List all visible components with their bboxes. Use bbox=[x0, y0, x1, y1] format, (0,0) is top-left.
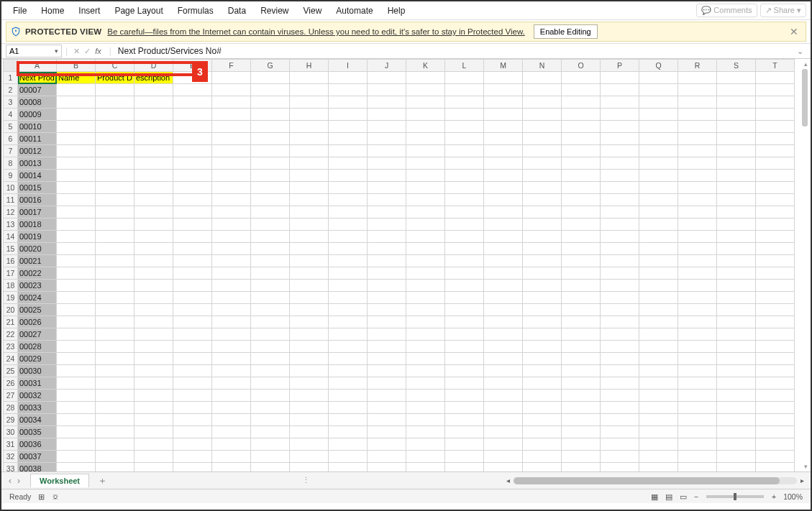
cell-S2[interactable] bbox=[717, 84, 756, 96]
cell-D2[interactable] bbox=[134, 84, 173, 96]
cell-O20[interactable] bbox=[562, 304, 601, 316]
row-header-29[interactable]: 29 bbox=[4, 414, 18, 426]
cell-N6[interactable] bbox=[523, 133, 562, 145]
cell-F19[interactable] bbox=[212, 292, 251, 304]
cell-P32[interactable] bbox=[601, 451, 639, 463]
cell-T27[interactable] bbox=[756, 390, 795, 402]
cell-M31[interactable] bbox=[484, 438, 523, 451]
cell-K26[interactable] bbox=[406, 377, 445, 390]
cell-H5[interactable] bbox=[290, 121, 329, 133]
cell-I27[interactable] bbox=[329, 390, 368, 402]
cell-P33[interactable] bbox=[601, 463, 639, 472]
cell-F28[interactable] bbox=[212, 402, 251, 414]
cell-F25[interactable] bbox=[212, 365, 251, 377]
cell-B15[interactable] bbox=[57, 243, 96, 255]
cell-Q22[interactable] bbox=[639, 328, 678, 341]
row-header-5[interactable]: 5 bbox=[4, 121, 18, 133]
cell-Q2[interactable] bbox=[639, 84, 678, 96]
cell-B17[interactable] bbox=[57, 267, 96, 280]
cell-O10[interactable] bbox=[562, 182, 601, 194]
row-header-27[interactable]: 27 bbox=[4, 390, 18, 402]
cell-E17[interactable] bbox=[173, 267, 212, 280]
cell-L4[interactable] bbox=[445, 109, 484, 121]
cell-K17[interactable] bbox=[406, 267, 445, 280]
cell-K6[interactable] bbox=[406, 133, 445, 145]
cell-C16[interactable] bbox=[96, 255, 134, 267]
cell-D20[interactable] bbox=[134, 304, 173, 316]
cell-O22[interactable] bbox=[562, 328, 601, 341]
cell-Q14[interactable] bbox=[639, 231, 678, 243]
cell-S11[interactable] bbox=[717, 194, 756, 206]
col-header-I[interactable]: I bbox=[329, 60, 368, 72]
cell-H25[interactable] bbox=[290, 365, 329, 377]
cell-E10[interactable] bbox=[173, 182, 212, 194]
normal-view-icon[interactable]: ▦ bbox=[647, 492, 662, 501]
cell-I31[interactable] bbox=[329, 438, 368, 451]
cell-E18[interactable] bbox=[173, 280, 212, 292]
cell-S9[interactable] bbox=[717, 170, 756, 182]
cell-R11[interactable] bbox=[678, 194, 717, 206]
cell-O29[interactable] bbox=[562, 414, 601, 426]
cell-T30[interactable] bbox=[756, 426, 795, 438]
cell-I19[interactable] bbox=[329, 292, 368, 304]
cell-G14[interactable] bbox=[251, 231, 290, 243]
cell-G11[interactable] bbox=[251, 194, 290, 206]
cell-S5[interactable] bbox=[717, 121, 756, 133]
cell-H18[interactable] bbox=[290, 280, 329, 292]
cell-C31[interactable] bbox=[96, 438, 134, 451]
cell-N18[interactable] bbox=[523, 280, 562, 292]
cell-S22[interactable] bbox=[717, 328, 756, 341]
cell-N32[interactable] bbox=[523, 451, 562, 463]
formula-value[interactable]: Next Product/Services No# bbox=[115, 46, 794, 56]
fx-icon[interactable]: fx bbox=[95, 47, 101, 55]
cell-T18[interactable] bbox=[756, 280, 795, 292]
cell-R19[interactable] bbox=[678, 292, 717, 304]
col-header-H[interactable]: H bbox=[290, 60, 329, 72]
col-header-A[interactable]: A bbox=[18, 60, 57, 72]
cell-H1[interactable] bbox=[290, 72, 329, 84]
cell-E16[interactable] bbox=[173, 255, 212, 267]
scroll-down-icon[interactable]: ▾ bbox=[802, 463, 809, 470]
cell-A18[interactable]: 00023 bbox=[18, 280, 57, 292]
cell-M30[interactable] bbox=[484, 426, 523, 438]
cell-H4[interactable] bbox=[290, 109, 329, 121]
cell-G15[interactable] bbox=[251, 243, 290, 255]
row-header-23[interactable]: 23 bbox=[4, 341, 18, 353]
cell-C7[interactable] bbox=[96, 145, 134, 157]
cell-B2[interactable] bbox=[57, 84, 96, 96]
cell-Q31[interactable] bbox=[639, 438, 678, 451]
cell-A25[interactable]: 00030 bbox=[18, 365, 57, 377]
cell-Q7[interactable] bbox=[639, 145, 678, 157]
cell-R23[interactable] bbox=[678, 341, 717, 353]
cell-F22[interactable] bbox=[212, 328, 251, 341]
cell-D13[interactable] bbox=[134, 218, 173, 231]
cell-E14[interactable] bbox=[173, 231, 212, 243]
cell-A33[interactable]: 00038 bbox=[18, 463, 57, 472]
col-header-B[interactable]: B bbox=[57, 60, 96, 72]
cell-J18[interactable] bbox=[368, 280, 406, 292]
cell-N30[interactable] bbox=[523, 426, 562, 438]
cell-N12[interactable] bbox=[523, 206, 562, 218]
cell-D30[interactable] bbox=[134, 426, 173, 438]
cell-K28[interactable] bbox=[406, 402, 445, 414]
cell-E23[interactable] bbox=[173, 341, 212, 353]
cell-I5[interactable] bbox=[329, 121, 368, 133]
cell-K31[interactable] bbox=[406, 438, 445, 451]
cell-R22[interactable] bbox=[678, 328, 717, 341]
cell-M8[interactable] bbox=[484, 157, 523, 170]
cell-Q17[interactable] bbox=[639, 267, 678, 280]
cell-D29[interactable] bbox=[134, 414, 173, 426]
cell-B4[interactable] bbox=[57, 109, 96, 121]
cell-T25[interactable] bbox=[756, 365, 795, 377]
cell-E13[interactable] bbox=[173, 218, 212, 231]
cell-A8[interactable]: 00013 bbox=[18, 157, 57, 170]
cell-B10[interactable] bbox=[57, 182, 96, 194]
cell-D10[interactable] bbox=[134, 182, 173, 194]
cell-N24[interactable] bbox=[523, 353, 562, 365]
scroll-right-icon[interactable]: ▸ bbox=[798, 477, 806, 484]
sheet-options-icon[interactable]: ⋮ bbox=[298, 476, 314, 485]
page-break-view-icon[interactable]: ▭ bbox=[676, 492, 690, 501]
cell-P22[interactable] bbox=[601, 328, 639, 341]
cell-S26[interactable] bbox=[717, 377, 756, 390]
col-header-E[interactable]: E bbox=[173, 60, 212, 72]
